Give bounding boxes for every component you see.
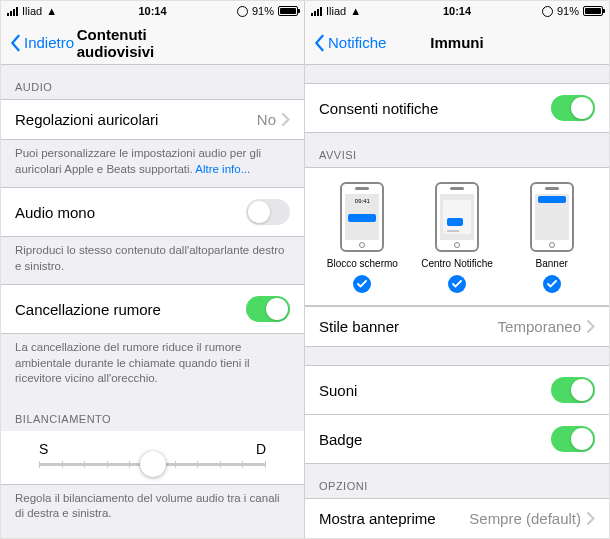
wifi-icon: ▲	[350, 5, 361, 17]
more-info-link[interactable]: Altre info...	[195, 163, 250, 175]
nav-bar: Notifiche Immuni	[305, 21, 609, 65]
nav-bar: Indietro Contenuti audiovisivi	[1, 21, 304, 65]
allow-notifications-row: Consenti notifiche	[305, 83, 609, 133]
battery-icon	[583, 6, 603, 16]
status-bar: Iliad ▲ 10:14 91%	[305, 1, 609, 21]
alert-label: Banner	[504, 258, 599, 269]
phone-lockscreen-icon: 09:41	[340, 182, 384, 252]
status-time: 10:14	[443, 5, 471, 17]
mono-audio-toggle[interactable]	[246, 199, 290, 225]
show-previews-row[interactable]: Mostra anteprime Sempre (default)	[305, 498, 609, 538]
back-label: Notifiche	[328, 34, 386, 51]
chevron-left-icon	[313, 34, 325, 52]
balance-left-label: S	[39, 441, 48, 457]
hearing-adjustments-row[interactable]: Regolazioni auricolari No	[1, 99, 304, 140]
page-title: Immuni	[430, 34, 483, 51]
chevron-right-icon	[587, 320, 595, 333]
balance-slider[interactable]	[39, 463, 266, 466]
status-bar: Iliad ▲ 10:14 91%	[1, 1, 304, 21]
alert-type-lockscreen[interactable]: 09:41 Blocco schermo	[315, 182, 410, 293]
notifications-immuni-pane: Iliad ▲ 10:14 91% Notifiche Immuni	[305, 1, 609, 538]
section-header-audio: AUDIO	[1, 65, 304, 99]
alarm-icon	[237, 6, 248, 17]
back-button[interactable]: Notifiche	[313, 34, 386, 52]
alert-check-icon[interactable]	[543, 275, 561, 293]
alert-type-banner[interactable]: Banner	[504, 182, 599, 293]
cell-label: Consenti notifiche	[319, 100, 551, 117]
allow-notifications-toggle[interactable]	[551, 95, 595, 121]
alert-check-icon[interactable]	[353, 275, 371, 293]
signal-icon	[7, 6, 18, 16]
section-header-options: OPZIONI	[305, 464, 609, 498]
back-label: Indietro	[24, 34, 74, 51]
battery-percent: 91%	[252, 5, 274, 17]
noise-cancellation-row: Cancellazione rumore	[1, 284, 304, 334]
noise-footer: La cancellazione del rumore riduce il ru…	[1, 334, 304, 397]
sounds-row: Suoni	[305, 365, 609, 415]
hearing-footer: Puoi personalizzare le impostazioni audi…	[1, 140, 304, 187]
cell-label: Suoni	[319, 382, 551, 399]
alert-label: Blocco schermo	[315, 258, 410, 269]
chevron-right-icon	[587, 512, 595, 525]
back-button[interactable]: Indietro	[9, 34, 74, 52]
alert-types-row: 09:41 Blocco schermo	[305, 167, 609, 306]
page-title: Contenuti audiovisivi	[77, 26, 229, 60]
section-header-balance: BILANCIAMENTO	[1, 397, 304, 431]
mono-footer: Riproduci lo stesso contenuto dall'altop…	[1, 237, 304, 284]
alert-label: Centro Notifiche	[410, 258, 505, 269]
mono-audio-row: Audio mono	[1, 187, 304, 237]
balance-slider-row: S D	[1, 431, 304, 485]
cell-label: Audio mono	[15, 204, 246, 221]
cell-label: Mostra anteprime	[319, 510, 469, 527]
battery-percent: 91%	[557, 5, 579, 17]
wifi-icon: ▲	[46, 5, 57, 17]
chevron-left-icon	[9, 34, 21, 52]
badge-toggle[interactable]	[551, 426, 595, 452]
phone-center-icon	[435, 182, 479, 252]
cell-label: Badge	[319, 431, 551, 448]
balance-footer: Regola il bilanciamento del volume audio…	[1, 485, 304, 532]
signal-icon	[311, 6, 322, 16]
cell-value: Sempre (default)	[469, 510, 581, 527]
cell-value: Temporaneo	[498, 318, 581, 335]
cell-label: Stile banner	[319, 318, 498, 335]
section-header-alerts: AVVISI	[305, 133, 609, 167]
noise-cancellation-toggle[interactable]	[246, 296, 290, 322]
section-header-visual: EFFETTI VISIVI	[1, 532, 304, 538]
status-time: 10:14	[138, 5, 166, 17]
carrier-label: Iliad	[22, 5, 42, 17]
balance-right-label: D	[256, 441, 266, 457]
cell-label: Cancellazione rumore	[15, 301, 246, 318]
banner-style-row[interactable]: Stile banner Temporaneo	[305, 306, 609, 347]
chevron-right-icon	[282, 113, 290, 126]
cell-value: No	[257, 111, 276, 128]
cell-label: Regolazioni auricolari	[15, 111, 257, 128]
settings-audiovisual-pane: Iliad ▲ 10:14 91% Indietro Contenuti aud…	[1, 1, 305, 538]
slider-thumb[interactable]	[140, 451, 166, 477]
battery-icon	[278, 6, 298, 16]
phone-banner-icon	[530, 182, 574, 252]
alert-check-icon[interactable]	[448, 275, 466, 293]
badge-row: Badge	[305, 415, 609, 464]
carrier-label: Iliad	[326, 5, 346, 17]
sounds-toggle[interactable]	[551, 377, 595, 403]
alert-type-notification-center[interactable]: Centro Notifiche	[410, 182, 505, 293]
alarm-icon	[542, 6, 553, 17]
